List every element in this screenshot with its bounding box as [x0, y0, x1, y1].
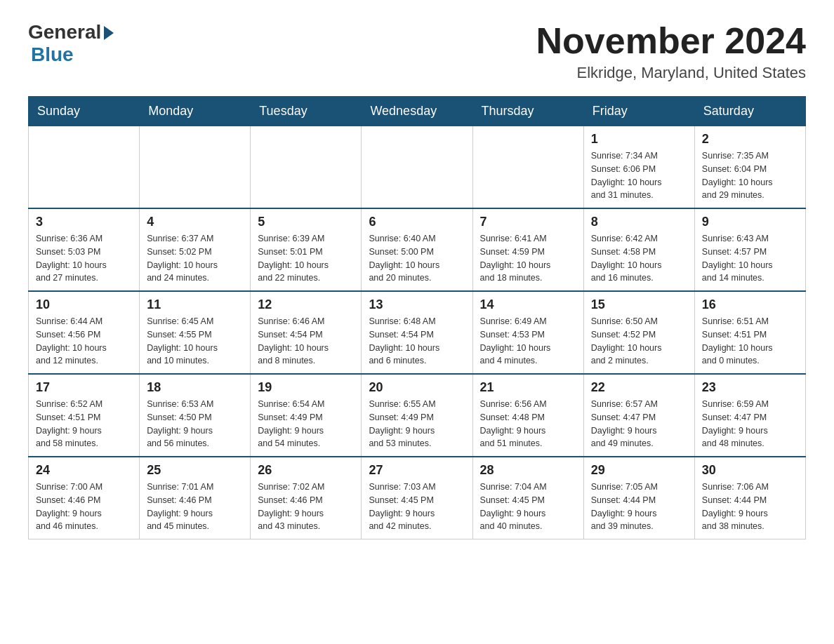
column-header-friday: Friday	[583, 97, 694, 126]
day-number: 9	[702, 215, 798, 229]
day-number: 13	[369, 297, 465, 312]
calendar-cell: 7Sunrise: 6:41 AM Sunset: 4:59 PM Daylig…	[472, 208, 583, 291]
calendar-week-row: 10Sunrise: 6:44 AM Sunset: 4:56 PM Dayli…	[29, 291, 806, 374]
day-info: Sunrise: 7:02 AM Sunset: 4:46 PM Dayligh…	[258, 481, 354, 533]
calendar-cell: 30Sunrise: 7:06 AM Sunset: 4:44 PM Dayli…	[694, 457, 805, 539]
location: Elkridge, Maryland, United States	[536, 64, 806, 82]
calendar-cell: 6Sunrise: 6:40 AM Sunset: 5:00 PM Daylig…	[362, 208, 472, 291]
day-number: 16	[702, 297, 798, 312]
calendar-cell	[251, 126, 362, 209]
calendar-cell: 3Sunrise: 6:36 AM Sunset: 5:03 PM Daylig…	[29, 208, 140, 291]
day-number: 4	[147, 215, 243, 229]
day-number: 2	[702, 132, 798, 147]
calendar-table: SundayMondayTuesdayWednesdayThursdayFrid…	[28, 96, 806, 539]
column-header-saturday: Saturday	[694, 97, 805, 126]
calendar-cell: 9Sunrise: 6:43 AM Sunset: 4:57 PM Daylig…	[694, 208, 805, 291]
title-block: November 2024 Elkridge, Maryland, United…	[536, 21, 806, 82]
day-number: 26	[258, 463, 354, 478]
calendar-cell: 18Sunrise: 6:53 AM Sunset: 4:50 PM Dayli…	[140, 374, 251, 457]
calendar-cell	[29, 126, 140, 209]
page-header: General Blue November 2024 Elkridge, Mar…	[28, 21, 806, 82]
calendar-cell: 23Sunrise: 6:59 AM Sunset: 4:47 PM Dayli…	[694, 374, 805, 457]
logo: General Blue	[28, 21, 114, 66]
day-number: 1	[591, 132, 687, 147]
column-header-tuesday: Tuesday	[251, 97, 362, 126]
logo-text: General	[28, 21, 114, 43]
column-header-sunday: Sunday	[29, 97, 140, 126]
day-number: 30	[702, 463, 798, 478]
day-number: 10	[36, 297, 132, 312]
calendar-cell: 28Sunrise: 7:04 AM Sunset: 4:45 PM Dayli…	[472, 457, 583, 539]
day-info: Sunrise: 6:49 AM Sunset: 4:53 PM Dayligh…	[480, 315, 576, 368]
day-info: Sunrise: 6:36 AM Sunset: 5:03 PM Dayligh…	[36, 232, 132, 285]
day-number: 21	[480, 380, 576, 395]
calendar-cell	[472, 126, 583, 209]
calendar-cell: 10Sunrise: 6:44 AM Sunset: 4:56 PM Dayli…	[29, 291, 140, 374]
day-number: 12	[258, 297, 354, 312]
day-info: Sunrise: 7:03 AM Sunset: 4:45 PM Dayligh…	[369, 481, 465, 533]
day-info: Sunrise: 7:35 AM Sunset: 6:04 PM Dayligh…	[702, 149, 798, 202]
calendar-week-row: 3Sunrise: 6:36 AM Sunset: 5:03 PM Daylig…	[29, 208, 806, 291]
day-info: Sunrise: 7:34 AM Sunset: 6:06 PM Dayligh…	[591, 149, 687, 202]
calendar-cell: 14Sunrise: 6:49 AM Sunset: 4:53 PM Dayli…	[472, 291, 583, 374]
calendar-cell: 12Sunrise: 6:46 AM Sunset: 4:54 PM Dayli…	[251, 291, 362, 374]
logo-arrow-icon	[104, 26, 114, 40]
day-info: Sunrise: 6:59 AM Sunset: 4:47 PM Dayligh…	[702, 398, 798, 450]
day-number: 18	[147, 380, 243, 395]
day-info: Sunrise: 6:41 AM Sunset: 4:59 PM Dayligh…	[480, 232, 576, 285]
day-number: 25	[147, 463, 243, 478]
day-info: Sunrise: 6:51 AM Sunset: 4:51 PM Dayligh…	[702, 315, 798, 368]
day-number: 27	[369, 463, 465, 478]
day-number: 8	[591, 215, 687, 229]
calendar-cell: 25Sunrise: 7:01 AM Sunset: 4:46 PM Dayli…	[140, 457, 251, 539]
day-info: Sunrise: 6:57 AM Sunset: 4:47 PM Dayligh…	[591, 398, 687, 450]
calendar-cell: 19Sunrise: 6:54 AM Sunset: 4:49 PM Dayli…	[251, 374, 362, 457]
day-number: 5	[258, 215, 354, 229]
month-title: November 2024	[536, 21, 806, 61]
day-number: 22	[591, 380, 687, 395]
day-number: 19	[258, 380, 354, 395]
calendar-week-row: 1Sunrise: 7:34 AM Sunset: 6:06 PM Daylig…	[29, 126, 806, 209]
day-number: 6	[369, 215, 465, 229]
day-info: Sunrise: 6:53 AM Sunset: 4:50 PM Dayligh…	[147, 398, 243, 450]
day-info: Sunrise: 6:37 AM Sunset: 5:02 PM Dayligh…	[147, 232, 243, 285]
calendar-cell: 22Sunrise: 6:57 AM Sunset: 4:47 PM Dayli…	[583, 374, 694, 457]
day-number: 23	[702, 380, 798, 395]
day-number: 17	[36, 380, 132, 395]
calendar-cell: 16Sunrise: 6:51 AM Sunset: 4:51 PM Dayli…	[694, 291, 805, 374]
calendar-cell: 15Sunrise: 6:50 AM Sunset: 4:52 PM Dayli…	[583, 291, 694, 374]
logo-blue-text: Blue	[31, 43, 74, 65]
calendar-header-row: SundayMondayTuesdayWednesdayThursdayFrid…	[29, 97, 806, 126]
calendar-cell: 17Sunrise: 6:52 AM Sunset: 4:51 PM Dayli…	[29, 374, 140, 457]
column-header-thursday: Thursday	[472, 97, 583, 126]
day-number: 28	[480, 463, 576, 478]
calendar-cell: 13Sunrise: 6:48 AM Sunset: 4:54 PM Dayli…	[362, 291, 472, 374]
day-info: Sunrise: 6:46 AM Sunset: 4:54 PM Dayligh…	[258, 315, 354, 368]
calendar-cell: 20Sunrise: 6:55 AM Sunset: 4:49 PM Dayli…	[362, 374, 472, 457]
day-info: Sunrise: 6:56 AM Sunset: 4:48 PM Dayligh…	[480, 398, 576, 450]
calendar-cell	[140, 126, 251, 209]
day-info: Sunrise: 6:39 AM Sunset: 5:01 PM Dayligh…	[258, 232, 354, 285]
calendar-cell: 27Sunrise: 7:03 AM Sunset: 4:45 PM Dayli…	[362, 457, 472, 539]
calendar-cell: 26Sunrise: 7:02 AM Sunset: 4:46 PM Dayli…	[251, 457, 362, 539]
calendar-cell: 2Sunrise: 7:35 AM Sunset: 6:04 PM Daylig…	[694, 126, 805, 209]
day-info: Sunrise: 6:48 AM Sunset: 4:54 PM Dayligh…	[369, 315, 465, 368]
logo-general-text: General	[28, 21, 101, 43]
day-info: Sunrise: 6:50 AM Sunset: 4:52 PM Dayligh…	[591, 315, 687, 368]
day-number: 14	[480, 297, 576, 312]
column-header-wednesday: Wednesday	[362, 97, 472, 126]
day-info: Sunrise: 6:44 AM Sunset: 4:56 PM Dayligh…	[36, 315, 132, 368]
day-number: 24	[36, 463, 132, 478]
day-info: Sunrise: 6:43 AM Sunset: 4:57 PM Dayligh…	[702, 232, 798, 285]
day-info: Sunrise: 6:40 AM Sunset: 5:00 PM Dayligh…	[369, 232, 465, 285]
day-info: Sunrise: 7:06 AM Sunset: 4:44 PM Dayligh…	[702, 481, 798, 533]
day-number: 3	[36, 215, 132, 229]
day-number: 7	[480, 215, 576, 229]
day-number: 29	[591, 463, 687, 478]
day-info: Sunrise: 7:01 AM Sunset: 4:46 PM Dayligh…	[147, 481, 243, 533]
day-number: 15	[591, 297, 687, 312]
calendar-cell: 24Sunrise: 7:00 AM Sunset: 4:46 PM Dayli…	[29, 457, 140, 539]
calendar-cell: 4Sunrise: 6:37 AM Sunset: 5:02 PM Daylig…	[140, 208, 251, 291]
calendar-cell: 29Sunrise: 7:05 AM Sunset: 4:44 PM Dayli…	[583, 457, 694, 539]
day-number: 11	[147, 297, 243, 312]
